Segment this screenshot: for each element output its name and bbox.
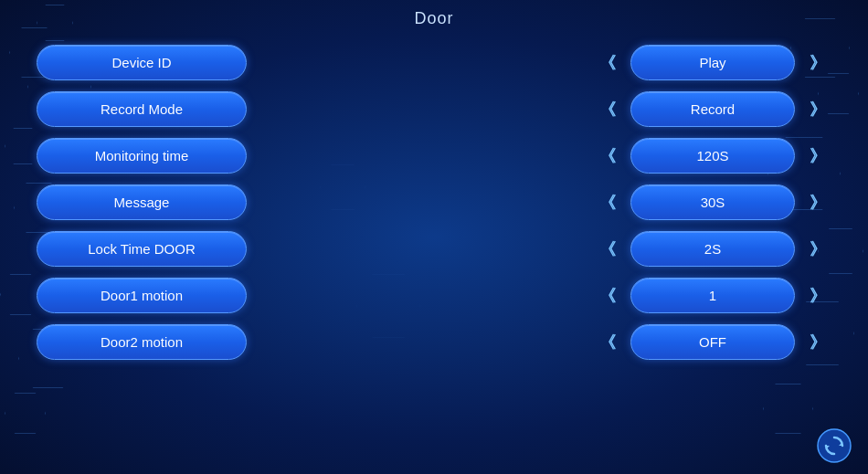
controls-lock-time-door: 《 2S 》	[594, 231, 831, 267]
arrow-left-door1-motion[interactable]: 《	[594, 281, 621, 311]
row-monitoring-time: Monitoring time 《 120S 》	[37, 132, 831, 179]
arrow-right-monitoring-time[interactable]: 》	[804, 142, 831, 171]
value-monitoring-time[interactable]: 120S	[630, 138, 795, 174]
arrow-left-record-mode[interactable]: 《	[594, 95, 621, 124]
value-message[interactable]: 30S	[630, 184, 795, 220]
label-door1-motion[interactable]: Door1 motion	[37, 278, 247, 313]
value-record-mode[interactable]: Record	[630, 91, 795, 127]
svg-point-0	[818, 429, 851, 462]
arrow-left-door2-motion[interactable]: 《	[594, 328, 621, 357]
row-message: Message 《 30S 》	[37, 179, 831, 226]
controls-door1-motion: 《 1 》	[594, 278, 831, 313]
value-door2-motion[interactable]: OFF	[630, 324, 795, 360]
row-lock-time-door: Lock Time DOOR 《 2S 》	[37, 226, 831, 272]
value-device-id[interactable]: Play	[630, 45, 795, 80]
refresh-button[interactable]	[817, 428, 852, 463]
arrow-left-message[interactable]: 《	[594, 188, 621, 217]
label-record-mode[interactable]: Record Mode	[37, 91, 247, 127]
controls-door2-motion: 《 OFF 》	[594, 324, 831, 360]
arrow-right-door1-motion[interactable]: 》	[804, 281, 831, 311]
row-device-id: Device ID 《 Play 》	[37, 39, 831, 86]
label-monitoring-time[interactable]: Monitoring time	[37, 138, 247, 174]
row-door2-motion: Door2 motion 《 OFF 》	[37, 319, 831, 365]
controls-device-id: 《 Play 》	[594, 45, 831, 80]
controls-message: 《 30S 》	[594, 184, 831, 220]
label-lock-time-door[interactable]: Lock Time DOOR	[37, 231, 247, 267]
arrow-right-door2-motion[interactable]: 》	[804, 328, 831, 357]
arrow-right-message[interactable]: 》	[804, 188, 831, 217]
arrow-left-lock-time-door[interactable]: 《	[594, 235, 621, 264]
arrow-right-record-mode[interactable]: 》	[804, 95, 831, 124]
value-door1-motion[interactable]: 1	[630, 278, 795, 313]
row-record-mode: Record Mode 《 Record 》	[37, 86, 831, 132]
arrow-left-monitoring-time[interactable]: 《	[594, 142, 621, 171]
page-title: Door	[0, 0, 868, 34]
arrow-right-device-id[interactable]: 》	[804, 48, 831, 78]
label-message[interactable]: Message	[37, 184, 247, 220]
arrow-left-device-id[interactable]: 《	[594, 48, 621, 78]
arrow-right-lock-time-door[interactable]: 》	[804, 235, 831, 264]
row-door1-motion: Door1 motion 《 1 》	[37, 272, 831, 319]
label-door2-motion[interactable]: Door2 motion	[37, 324, 247, 360]
controls-monitoring-time: 《 120S 》	[594, 138, 831, 174]
controls-record-mode: 《 Record 》	[594, 91, 831, 127]
value-lock-time-door[interactable]: 2S	[630, 231, 795, 267]
label-device-id[interactable]: Device ID	[37, 45, 247, 80]
